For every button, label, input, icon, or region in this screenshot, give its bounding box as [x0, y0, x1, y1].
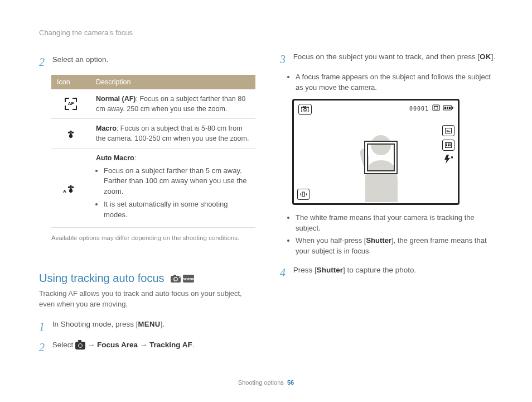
svg-rect-20: [452, 107, 453, 109]
svg-rect-17: [433, 105, 439, 111]
step-3: 3 Focus on the subject you want to track…: [280, 51, 496, 68]
svg-rect-23: [449, 107, 451, 109]
svg-rect-32: [448, 145, 449, 146]
table-row: Macro: Focus on a subject that is 5-80 c…: [51, 119, 255, 149]
svg-rect-15: [303, 106, 306, 108]
step-number: 4: [280, 265, 291, 281]
footer-label: Shooting options: [238, 379, 284, 386]
memory-icon: [432, 104, 440, 114]
svg-point-16: [304, 108, 307, 111]
section-heading: Using tracking auto focus P SCENE: [39, 270, 255, 286]
opt-bullets: Focus on a subject farther than 5 cm awa…: [96, 166, 250, 221]
svg-rect-31: [446, 145, 447, 146]
breadcrumb: Changing the camera's focus: [39, 28, 255, 39]
svg-rect-30: [449, 143, 451, 145]
section-desc: Tracking AF allows you to track and auto…: [39, 289, 255, 310]
svg-point-1: [68, 132, 70, 134]
step-text: Select an option.: [52, 54, 255, 65]
text-part: .: [192, 341, 195, 349]
svg-rect-22: [447, 107, 448, 109]
text-part: ].: [491, 52, 496, 61]
step-text: Focus on the subject you want to track, …: [293, 51, 496, 63]
opt-bullet: Focus on a subject farther than 5 cm awa…: [104, 166, 250, 198]
th-icon: Icon: [51, 75, 90, 89]
scene-mode-icon: SCENE: [183, 274, 194, 285]
bullet: The white frame means that your camera i…: [296, 213, 496, 234]
opt-bullet: It is set automatically in some shooting…: [104, 199, 250, 221]
step-number: 2: [39, 54, 50, 70]
quality-icon: [442, 140, 454, 151]
table-row: A Auto Macro: Focus on a subject farther…: [51, 149, 255, 227]
opt-title: Auto Macro: [96, 154, 134, 162]
flash-icon: A: [442, 154, 453, 164]
step-4: 4 Press [Shutter] to capture the photo.: [280, 265, 496, 281]
shake-icon: [297, 189, 309, 200]
text-part: ].: [161, 320, 165, 328]
opt-title: Normal (AF): [96, 95, 136, 103]
text-part: Focus on the subject you want to track, …: [293, 52, 480, 61]
svg-rect-9: [173, 275, 176, 276]
page-number: 56: [287, 379, 294, 386]
table-row: AF Normal (AF): Focus on a subject farth…: [51, 89, 255, 119]
svg-text:A: A: [451, 155, 453, 159]
svg-point-2: [72, 132, 74, 134]
focus-area-label: Focus Area: [97, 341, 138, 349]
text-part: When you half-press [: [296, 236, 366, 245]
camera-icon: [75, 342, 85, 350]
opt-colon: :: [134, 154, 136, 162]
svg-text:SCENE: SCENE: [183, 277, 194, 281]
svg-rect-21: [444, 107, 446, 109]
text-part: Select: [52, 341, 75, 349]
svg-text:IIм: IIм: [446, 129, 450, 132]
svg-rect-18: [434, 107, 438, 109]
counter: 00001: [409, 105, 429, 113]
footnote: Available options may differ depending o…: [51, 233, 255, 243]
battery-icon: [443, 105, 453, 113]
svg-point-5: [68, 186, 70, 188]
options-table: Icon Description AF Normal (AF): Focus o…: [51, 75, 255, 228]
ok-label: OK: [480, 52, 491, 61]
focus-frame: [364, 141, 398, 174]
menu-label: MENU: [138, 320, 160, 328]
macro-icon: [65, 128, 76, 139]
opt-title: Macro: [96, 125, 117, 132]
substep-2: 2 Select → Focus Area → Tracking AF.: [39, 339, 255, 356]
camera-mode-indicator-icon: [298, 104, 312, 115]
shutter-label: Shutter: [317, 266, 343, 274]
opt-body: : Focus on a subject that is 5-80 cm fro…: [96, 125, 249, 142]
substep-1: 1 In Shooting mode, press [MENU].: [39, 319, 255, 335]
step-number: 2: [39, 339, 50, 356]
svg-point-0: [70, 131, 72, 133]
th-desc: Description: [90, 75, 255, 89]
footer: Shooting options 56: [0, 379, 532, 387]
svg-rect-14: [301, 107, 309, 112]
bullet: When you half-press [Shutter], the green…: [296, 236, 496, 257]
step-2: 2 Select an option.: [39, 54, 255, 70]
section-title: Using tracking auto focus: [39, 272, 165, 284]
shutter-label: Shutter: [366, 236, 391, 245]
svg-point-4: [70, 185, 72, 187]
tracking-af-label: Tracking AF: [149, 341, 192, 349]
auto-macro-icon: A: [65, 183, 76, 194]
svg-point-6: [72, 186, 74, 188]
af-icon: AF: [65, 98, 77, 110]
step-text: Press [Shutter] to capture the photo.: [293, 265, 496, 276]
svg-rect-29: [448, 143, 449, 145]
svg-rect-33: [449, 145, 451, 146]
arrow: →: [85, 341, 97, 349]
text-part: In Shooting mode, press [: [52, 320, 138, 328]
resolution-icon: IIм: [442, 125, 454, 136]
svg-rect-28: [446, 143, 447, 145]
step-number: 3: [280, 51, 291, 68]
camera-mode-icon: P: [171, 274, 181, 285]
text-part: ] to capture the photo.: [343, 266, 416, 274]
lcd-preview: 00001 IIм A: [292, 99, 460, 205]
text-part: Press [: [293, 266, 317, 274]
after-lcd-bullets: The white frame means that your camera i…: [280, 213, 496, 257]
svg-text:P: P: [179, 275, 181, 279]
step-number: 1: [39, 319, 50, 335]
step3-bullets: A focus frame appears on the subject and…: [280, 72, 496, 93]
step-text: Select → Focus Area → Tracking AF.: [52, 339, 255, 351]
arrow: →: [138, 341, 149, 349]
step-text: In Shooting mode, press [MENU].: [52, 319, 255, 330]
